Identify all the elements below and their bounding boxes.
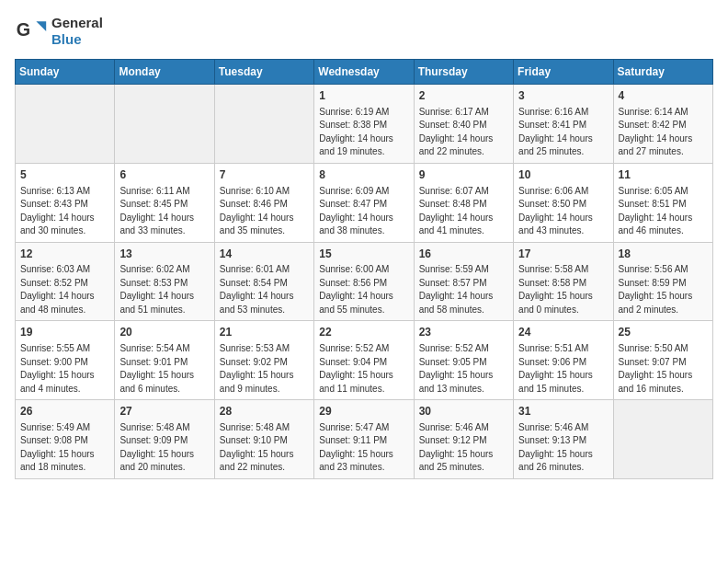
day-number: 13: [119, 247, 209, 262]
day-info: Sunrise: 5:46 AM Sunset: 9:12 PM Dayligh…: [419, 421, 508, 475]
day-cell: 24Sunrise: 5:51 AM Sunset: 9:06 PM Dayli…: [514, 321, 613, 400]
day-number: 6: [119, 167, 209, 183]
day-cell: [16, 85, 115, 164]
day-info: Sunrise: 5:58 AM Sunset: 8:58 PM Dayligh…: [518, 263, 608, 316]
svg-text:G: G: [17, 19, 30, 40]
day-cell: 5Sunrise: 6:13 AM Sunset: 8:43 PM Daylig…: [16, 163, 115, 242]
day-number: 8: [319, 167, 408, 183]
day-number: 23: [419, 325, 508, 340]
day-cell: 8Sunrise: 6:09 AM Sunset: 8:47 PM Daylig…: [314, 163, 414, 242]
day-cell: 30Sunrise: 5:46 AM Sunset: 9:12 PM Dayli…: [414, 400, 513, 479]
week-row-2: 5Sunrise: 6:13 AM Sunset: 8:43 PM Daylig…: [16, 163, 713, 242]
header-wednesday: Wednesday: [314, 60, 414, 85]
day-cell: 29Sunrise: 5:47 AM Sunset: 9:11 PM Dayli…: [314, 400, 414, 479]
day-info: Sunrise: 5:55 AM Sunset: 9:00 PM Dayligh…: [20, 342, 109, 396]
day-number: 25: [619, 325, 708, 340]
day-number: 24: [518, 325, 608, 340]
day-info: Sunrise: 6:13 AM Sunset: 8:43 PM Dayligh…: [20, 185, 109, 238]
day-cell: 26Sunrise: 5:49 AM Sunset: 9:08 PM Dayli…: [16, 400, 115, 479]
day-info: Sunrise: 6:17 AM Sunset: 8:40 PM Dayligh…: [419, 106, 508, 159]
day-cell: 23Sunrise: 5:52 AM Sunset: 9:05 PM Dayli…: [414, 321, 513, 400]
day-info: Sunrise: 6:19 AM Sunset: 8:38 PM Dayligh…: [319, 106, 408, 159]
day-cell: 27Sunrise: 5:48 AM Sunset: 9:09 PM Dayli…: [115, 400, 214, 479]
day-cell: 3Sunrise: 6:16 AM Sunset: 8:41 PM Daylig…: [514, 85, 613, 164]
day-number: 11: [619, 167, 708, 183]
day-cell: 22Sunrise: 5:52 AM Sunset: 9:04 PM Dayli…: [314, 321, 414, 400]
day-cell: 11Sunrise: 6:05 AM Sunset: 8:51 PM Dayli…: [613, 163, 712, 242]
day-cell: 19Sunrise: 5:55 AM Sunset: 9:00 PM Dayli…: [16, 321, 115, 400]
day-number: 20: [119, 325, 209, 340]
day-cell: 12Sunrise: 6:03 AM Sunset: 8:52 PM Dayli…: [16, 242, 115, 321]
day-info: Sunrise: 6:06 AM Sunset: 8:50 PM Dayligh…: [518, 185, 608, 238]
day-number: 14: [220, 247, 309, 262]
day-cell: 2Sunrise: 6:17 AM Sunset: 8:40 PM Daylig…: [414, 85, 513, 164]
day-info: Sunrise: 6:05 AM Sunset: 8:51 PM Dayligh…: [619, 185, 708, 238]
header-saturday: Saturday: [613, 60, 712, 85]
day-number: 17: [518, 247, 608, 262]
day-cell: 1Sunrise: 6:19 AM Sunset: 8:38 PM Daylig…: [314, 85, 414, 164]
svg-marker-2: [36, 21, 46, 31]
day-number: 7: [220, 167, 309, 183]
day-number: 3: [518, 88, 608, 104]
day-number: 1: [319, 88, 408, 104]
day-info: Sunrise: 6:02 AM Sunset: 8:53 PM Dayligh…: [119, 263, 209, 316]
day-number: 4: [619, 88, 708, 104]
day-cell: 25Sunrise: 5:50 AM Sunset: 9:07 PM Dayli…: [613, 321, 712, 400]
day-info: Sunrise: 6:01 AM Sunset: 8:54 PM Dayligh…: [220, 263, 309, 316]
day-cell: 21Sunrise: 5:53 AM Sunset: 9:02 PM Dayli…: [214, 321, 313, 400]
day-info: Sunrise: 5:59 AM Sunset: 8:57 PM Dayligh…: [419, 263, 508, 316]
day-number: 9: [419, 167, 508, 183]
day-cell: 6Sunrise: 6:11 AM Sunset: 8:45 PM Daylig…: [115, 163, 214, 242]
week-row-5: 26Sunrise: 5:49 AM Sunset: 9:08 PM Dayli…: [16, 400, 713, 479]
day-number: 26: [20, 404, 109, 419]
week-row-3: 12Sunrise: 6:03 AM Sunset: 8:52 PM Dayli…: [16, 242, 713, 321]
day-info: Sunrise: 6:16 AM Sunset: 8:41 PM Dayligh…: [518, 106, 608, 159]
day-cell: 20Sunrise: 5:54 AM Sunset: 9:01 PM Dayli…: [115, 321, 214, 400]
week-row-4: 19Sunrise: 5:55 AM Sunset: 9:00 PM Dayli…: [16, 321, 713, 400]
week-row-1: 1Sunrise: 6:19 AM Sunset: 8:38 PM Daylig…: [16, 85, 713, 164]
day-number: 29: [319, 404, 408, 419]
day-info: Sunrise: 6:09 AM Sunset: 8:47 PM Dayligh…: [319, 185, 408, 238]
day-number: 16: [419, 247, 508, 262]
page-header: G General Blue: [15, 15, 713, 48]
day-cell: 13Sunrise: 6:02 AM Sunset: 8:53 PM Dayli…: [115, 242, 214, 321]
day-number: 21: [220, 325, 309, 340]
day-cell: 15Sunrise: 6:00 AM Sunset: 8:56 PM Dayli…: [314, 242, 414, 321]
day-cell: 18Sunrise: 5:56 AM Sunset: 8:59 PM Dayli…: [613, 242, 712, 321]
day-cell: 7Sunrise: 6:10 AM Sunset: 8:46 PM Daylig…: [214, 163, 313, 242]
day-number: 5: [20, 167, 109, 183]
day-info: Sunrise: 6:03 AM Sunset: 8:52 PM Dayligh…: [20, 263, 109, 316]
day-cell: 14Sunrise: 6:01 AM Sunset: 8:54 PM Dayli…: [214, 242, 313, 321]
day-info: Sunrise: 6:10 AM Sunset: 8:46 PM Dayligh…: [220, 185, 309, 238]
day-cell: 4Sunrise: 6:14 AM Sunset: 8:42 PM Daylig…: [613, 85, 712, 164]
day-cell: 16Sunrise: 5:59 AM Sunset: 8:57 PM Dayli…: [414, 242, 513, 321]
day-number: 10: [518, 167, 608, 183]
day-cell: 31Sunrise: 5:46 AM Sunset: 9:13 PM Dayli…: [514, 400, 613, 479]
day-cell: [115, 85, 214, 164]
day-number: 18: [619, 247, 708, 262]
day-number: 30: [419, 404, 508, 419]
day-cell: 10Sunrise: 6:06 AM Sunset: 8:50 PM Dayli…: [514, 163, 613, 242]
day-number: 28: [220, 404, 309, 419]
day-info: Sunrise: 5:49 AM Sunset: 9:08 PM Dayligh…: [20, 421, 109, 475]
calendar-table: SundayMondayTuesdayWednesdayThursdayFrid…: [15, 59, 713, 479]
day-info: Sunrise: 5:56 AM Sunset: 8:59 PM Dayligh…: [619, 263, 708, 316]
day-info: Sunrise: 6:00 AM Sunset: 8:56 PM Dayligh…: [319, 263, 408, 316]
day-info: Sunrise: 6:14 AM Sunset: 8:42 PM Dayligh…: [619, 106, 708, 159]
logo-text: General Blue: [51, 15, 103, 48]
day-info: Sunrise: 5:53 AM Sunset: 9:02 PM Dayligh…: [220, 342, 309, 396]
header-tuesday: Tuesday: [214, 60, 313, 85]
day-info: Sunrise: 6:07 AM Sunset: 8:48 PM Dayligh…: [419, 185, 508, 238]
day-number: 2: [419, 88, 508, 104]
day-info: Sunrise: 5:51 AM Sunset: 9:06 PM Dayligh…: [518, 342, 608, 396]
day-info: Sunrise: 5:46 AM Sunset: 9:13 PM Dayligh…: [518, 421, 608, 475]
day-number: 12: [20, 247, 109, 262]
day-cell: 9Sunrise: 6:07 AM Sunset: 8:48 PM Daylig…: [414, 163, 513, 242]
header-row: SundayMondayTuesdayWednesdayThursdayFrid…: [16, 60, 713, 85]
day-info: Sunrise: 5:48 AM Sunset: 9:10 PM Dayligh…: [220, 421, 309, 475]
day-cell: [613, 400, 712, 479]
day-number: 19: [20, 325, 109, 340]
logo-icon: G: [15, 15, 48, 48]
day-number: 27: [119, 404, 209, 419]
day-info: Sunrise: 5:47 AM Sunset: 9:11 PM Dayligh…: [319, 421, 408, 475]
